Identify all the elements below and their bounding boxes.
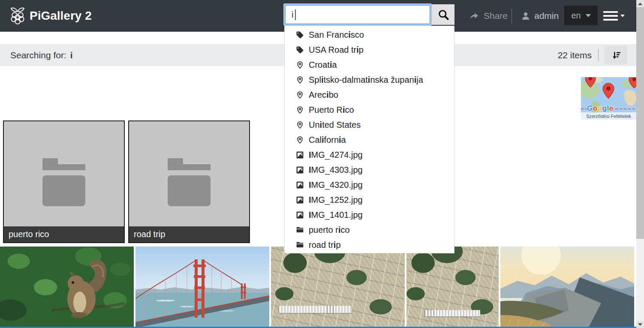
language-selected: en (571, 11, 581, 21)
search-suggestion-directory[interactable]: road trip (285, 238, 454, 253)
suggestion-label: road trip (309, 240, 341, 250)
photo-icon (296, 211, 304, 219)
share-button[interactable]: Share (469, 0, 508, 32)
search-input[interactable] (285, 5, 430, 24)
photo-thumbnail-mountain-landscape[interactable] (500, 247, 634, 328)
photo-thumbnail-squirrel[interactable] (0, 247, 134, 328)
tag-icon (296, 46, 304, 54)
filter-bar-divider (598, 49, 599, 61)
search-suggestion-photo[interactable]: IMG_4274.jpg (285, 147, 454, 162)
user-menu-button[interactable]: admin (521, 0, 559, 32)
search-suggestion-tag[interactable]: USA Road trip (285, 42, 454, 57)
folder-placeholder-icon (42, 158, 85, 206)
location-pin-icon (296, 121, 304, 129)
folder-icon (296, 226, 304, 234)
squirrel-illustration (0, 247, 134, 328)
photo-icon (296, 166, 304, 174)
sort-amount-down-icon (611, 50, 621, 60)
suggestion-label: Croatia (309, 60, 337, 70)
map-thumbnail-button[interactable]: Google Szerződési Feltételek (581, 77, 636, 120)
navbar-divider (512, 8, 512, 24)
brand-link[interactable]: PiGallery 2 (9, 0, 92, 32)
search-suggestion-photo[interactable]: IMG_4303.jpg (285, 162, 454, 178)
scroll-up-button[interactable] (636, 0, 644, 7)
folder-placeholder-icon (168, 158, 211, 206)
photo-icon (296, 151, 304, 159)
search-query-text: i (70, 50, 73, 60)
main-menu-button[interactable] (603, 0, 625, 32)
photo-icon (296, 181, 304, 189)
suggestion-label: United States (309, 120, 361, 130)
search-icon (437, 9, 449, 21)
google-logo: Google (587, 104, 614, 113)
directory-thumbnail[interactable]: road trip (128, 120, 250, 243)
scroll-down-button[interactable] (636, 321, 644, 328)
folder-icon (296, 241, 304, 249)
suggestion-label: California (309, 135, 346, 145)
scrollbar-thumb[interactable] (636, 7, 644, 239)
search-suggestion-position[interactable]: United States (285, 117, 454, 132)
suggestion-label: San Francisco (309, 30, 364, 40)
photo-thumbnail-golden-gate-bridge[interactable] (135, 247, 269, 328)
tag-icon (296, 31, 304, 39)
suggestion-label: USA Road trip (309, 45, 364, 55)
search-suggestion-directory[interactable]: puerto rico (285, 223, 454, 238)
suggestion-label: IMG_4274.jpg (309, 150, 363, 160)
suggestion-label: Arecibo (309, 90, 338, 100)
directory-thumbnail[interactable]: puerto rico (3, 120, 125, 243)
location-pin-icon (296, 76, 304, 84)
map-attribution-link[interactable]: Szerződési Feltételek (581, 112, 636, 120)
searching-for-text: Searching for:i (10, 44, 73, 66)
search-suggestion-position[interactable]: Puerto Rico (285, 102, 454, 117)
location-pin-icon (296, 91, 304, 99)
person-icon (521, 11, 531, 21)
chevron-down-icon (620, 15, 625, 17)
location-pin-icon (296, 61, 304, 69)
hamburger-icon (603, 11, 618, 21)
white-building (279, 306, 352, 313)
share-arrow-icon (469, 11, 480, 21)
location-pin-icon (296, 136, 304, 144)
suggestion-label: puerto rico (309, 225, 350, 235)
directory-name: road trip (129, 226, 249, 242)
search-suggestions-list: San FranciscoUSA Road tripCroatiaSplitsk… (284, 26, 454, 253)
username-label: admin (534, 11, 559, 21)
chevron-down-icon (586, 14, 591, 17)
search-suggestion-tag[interactable]: San Francisco (285, 27, 454, 42)
search-button[interactable] (432, 4, 454, 25)
suggestion-label: Splitsko-dalmatinska županija (309, 75, 423, 85)
language-dropdown[interactable]: en (564, 6, 598, 25)
arrow-up-icon (638, 3, 642, 5)
photo-icon (296, 196, 304, 204)
search-suggestion-position[interactable]: Croatia (285, 57, 454, 72)
location-pin-icon (296, 106, 304, 114)
white-building (424, 310, 480, 316)
suggestion-label: Puerto Rico (309, 105, 354, 115)
raspberry-icon (9, 7, 26, 25)
photo-thumbnail-city-aerial-1[interactable] (271, 247, 405, 328)
text-cursor (295, 9, 296, 20)
search-suggestion-position[interactable]: Arecibo (285, 87, 454, 102)
search-suggestion-position[interactable]: Splitsko-dalmatinska županija (285, 72, 454, 87)
arrow-down-icon (638, 323, 642, 326)
share-label: Share (484, 11, 508, 21)
suggestion-label: IMG_1252.jpg (309, 195, 363, 205)
suggestion-label: IMG_4320.jpg (309, 180, 363, 190)
search-suggestion-photo[interactable]: IMG_1401.jpg (285, 208, 454, 223)
search-suggestion-position[interactable]: California (285, 132, 454, 147)
sort-button[interactable] (605, 46, 627, 64)
directories-row: puerto ricoroad trip (3, 120, 250, 243)
suggestion-label: IMG_1401.jpg (309, 210, 363, 220)
bridge-illustration (135, 247, 269, 328)
pigallery2-app: PiGallery 2 Share admin en (0, 0, 644, 328)
mountain-illustration (500, 247, 634, 328)
directory-name: puerto rico (4, 226, 124, 242)
photo-thumbnail-city-aerial-2[interactable] (406, 247, 499, 328)
search-suggestion-photo[interactable]: IMG_1252.jpg (285, 193, 454, 208)
brand-title: PiGallery 2 (30, 9, 92, 23)
search-suggestion-photo[interactable]: IMG_4320.jpg (285, 178, 454, 193)
suggestion-label: IMG_4303.jpg (309, 165, 363, 175)
item-count-label: 22 items (558, 44, 592, 66)
vertical-scrollbar[interactable] (636, 0, 644, 328)
